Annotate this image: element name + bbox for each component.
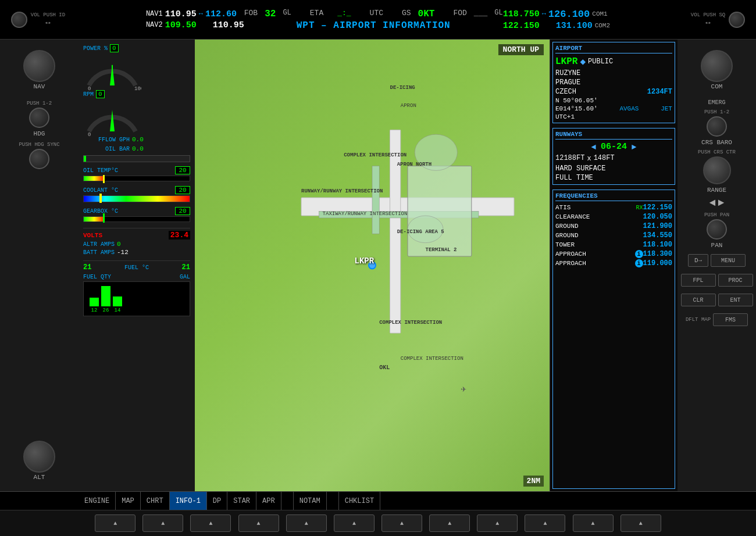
approach-info-icon-2[interactable]: i	[635, 259, 643, 267]
tab-bar: ENGINE MAP CHRT INFO-1 DP STAR APR NOTAM…	[0, 491, 756, 510]
freq-atis[interactable]: ATIS RX 122.150	[555, 203, 672, 212]
pan-knob[interactable]	[707, 219, 727, 240]
vol-knob-right[interactable]	[729, 12, 745, 28]
map-area[interactable]: ✈ NORTH UP 2NM LKPR DE-ICING APRON COMPL…	[195, 40, 550, 491]
alt-knob[interactable]	[23, 441, 55, 473]
airport-section-title: AIRPORT	[555, 45, 672, 53]
fuel-bar-1	[90, 298, 99, 306]
tab-notam[interactable]: NOTAM	[294, 492, 327, 510]
dflt-map-label: DFLT MAP	[686, 317, 711, 323]
softkey-4[interactable]: ▲	[238, 514, 279, 532]
fuel-bar-label-3: 14	[115, 308, 121, 313]
scale-label: 2NM	[523, 476, 544, 487]
tab-chrt[interactable]: CHRT	[141, 492, 170, 510]
freq-clearance[interactable]: CLEARANCE 120.050	[555, 213, 672, 221]
runway-prev-arrow[interactable]: ◄	[591, 142, 596, 152]
com-frequencies: 118.750 ↔ 126.100 COM1 122.150 131.100 C…	[503, 9, 610, 31]
map-canvas: ✈ NORTH UP 2NM LKPR DE-ICING APRON COMPL…	[195, 40, 550, 491]
gs-value: 0KT	[418, 9, 435, 19]
push-12-right-label: PUSH 1-2	[704, 109, 729, 115]
fuel-qty-label: FUEL QTY	[83, 274, 111, 280]
gearbox-value: 20	[175, 207, 190, 215]
freq-approach-2[interactable]: APPROACH i 119.000	[555, 259, 672, 267]
com1-standby-freq: 126.100	[548, 9, 590, 20]
range-knob[interactable]	[703, 156, 731, 184]
com-label: COM	[711, 83, 723, 90]
tab-empty2[interactable]	[327, 492, 339, 510]
approach-info-icon-1[interactable]: i	[635, 250, 643, 258]
tab-apr[interactable]: APR	[256, 492, 281, 510]
softkey-10[interactable]: ▲	[525, 514, 565, 532]
tab-map[interactable]: MAP	[116, 492, 141, 510]
airport-country: CZECH	[555, 88, 576, 96]
softkey-3[interactable]: ▲	[190, 514, 231, 532]
ent-button[interactable]: ENT	[718, 294, 753, 306]
softkey-11[interactable]: ▲	[573, 514, 614, 532]
hdg-label: HDG	[34, 130, 45, 137]
rpm-gauge-section: RPM 0 0	[83, 90, 190, 134]
push-12-left-knob[interactable]	[29, 108, 49, 128]
menu-button[interactable]: MENU	[711, 254, 746, 267]
power-gauge-svg: 0 100	[83, 53, 141, 91]
d-button[interactable]: D→	[688, 254, 708, 267]
batt-value: -12	[117, 249, 129, 256]
nav2-label: NAV2	[146, 21, 163, 29]
range-decrease[interactable]: ◄	[709, 197, 716, 209]
airport-section: AIRPORT LKPR ◆ PUBLIC RUZYNE PRAGUE CZEC…	[552, 42, 675, 123]
proc-button[interactable]: PROC	[718, 274, 753, 287]
push-12-right-knob[interactable]	[707, 116, 727, 137]
frequencies-section-title: FREQUENCIES	[555, 192, 672, 201]
softkey-8[interactable]: ▲	[429, 514, 470, 532]
range-increase[interactable]: ►	[718, 197, 725, 209]
softkey-2[interactable]: ▲	[142, 514, 183, 532]
svg-text:0: 0	[88, 132, 91, 137]
nav-knob[interactable]	[23, 50, 55, 82]
freq-ground-2[interactable]: GROUND 134.550	[555, 231, 672, 240]
crs-baro-label: CRS BARO	[701, 139, 732, 146]
runway-next-arrow[interactable]: ►	[632, 142, 636, 152]
vol-knob-left[interactable]	[11, 12, 27, 28]
vol-push-right-label: VOL PUSH SQ	[691, 12, 725, 18]
clr-button[interactable]: CLR	[681, 294, 716, 306]
fob-unit: GL	[283, 9, 291, 19]
softkey-12[interactable]: ▲	[621, 514, 661, 532]
tab-dp[interactable]: DP	[207, 492, 227, 510]
softkey-9[interactable]: ▲	[477, 514, 518, 532]
com-knob[interactable]	[701, 50, 733, 82]
freq-tower[interactable]: TOWER 118.100	[555, 241, 672, 249]
altr-value: 0	[117, 241, 121, 248]
fuel-temp-left: 21	[83, 263, 91, 271]
fms-button[interactable]: FMS	[713, 313, 748, 326]
fuel-bars: 12 26 14	[83, 281, 190, 316]
fuel-bar-label-1: 12	[91, 308, 98, 313]
eta-label: ETA	[310, 9, 323, 19]
hdg-sync-knob[interactable]	[29, 149, 49, 169]
freq-ground-1[interactable]: GROUND 121.900	[555, 222, 672, 230]
softkey-6[interactable]: ▲	[334, 514, 375, 532]
softkey-1[interactable]: ▲	[95, 514, 135, 532]
main-content: NAV PUSH 1-2 HDG PUSH HDG SYNC ALT P	[0, 40, 756, 491]
tab-empty1[interactable]	[281, 492, 294, 510]
freq-approach-1[interactable]: APPROACH i 118.300	[555, 250, 672, 258]
softkey-row: ▲ ▲ ▲ ▲ ▲ ▲ ▲ ▲ ▲ ▲ ▲ ▲	[0, 510, 756, 536]
tab-star[interactable]: STAR	[227, 492, 256, 510]
fuel-bar-2	[101, 286, 110, 306]
volts-section: VOLTS 23.4 ALTR AMPS 0 BATT AMPS -12	[83, 228, 190, 256]
avionics-panel: VOL PUSH ID ↔ NAV1 110.95 ↔ 112.60 NAV2 …	[0, 0, 756, 536]
airport-id: LKPR	[555, 56, 577, 67]
com1-active-freq: 118.750	[503, 9, 540, 19]
nav2-active-freq: 109.50	[165, 20, 197, 30]
softkey-7[interactable]: ▲	[381, 514, 422, 532]
power-value: 0	[110, 44, 119, 52]
fpl-button[interactable]: FPL	[681, 274, 716, 287]
range-label: RANGE	[707, 187, 726, 194]
tab-engine[interactable]: ENGINE	[79, 492, 116, 510]
tab-chklist[interactable]: CHKLIST	[339, 492, 380, 510]
right-info-panel: AIRPORT LKPR ◆ PUBLIC RUZYNE PRAGUE CZEC…	[550, 40, 677, 491]
softkey-5[interactable]: ▲	[286, 514, 327, 532]
tab-info1[interactable]: INFO-1	[170, 492, 207, 510]
rpm-gauge-svg: 0	[83, 99, 141, 137]
alt-label: ALT	[34, 474, 45, 481]
fuel-type-avgas: AVGAS	[619, 105, 639, 113]
runway-id: 06-24	[601, 142, 627, 152]
